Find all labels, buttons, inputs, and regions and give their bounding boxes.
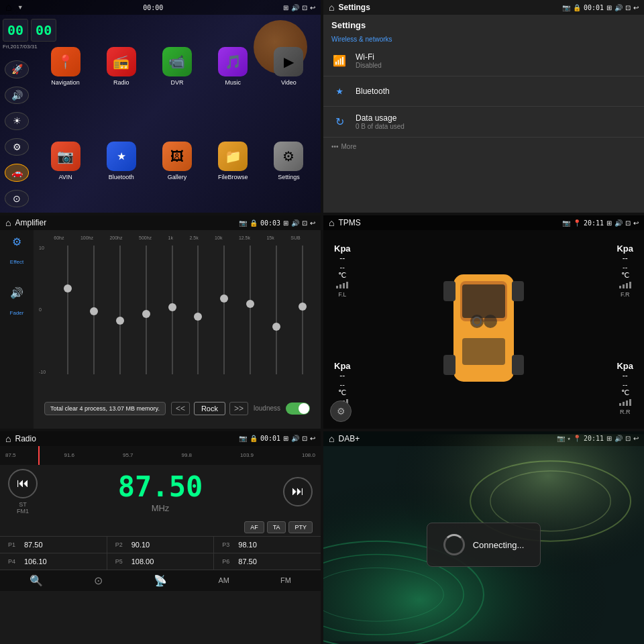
- radio-pty-button[interactable]: PTY: [288, 521, 313, 533]
- preset-p5[interactable]: P5 108.00: [107, 553, 214, 570]
- radio-st: ST: [8, 501, 38, 508]
- settings-item-wifi[interactable]: 📶 Wi-Fi Disabled: [323, 46, 644, 76]
- eq-preset-name: Rock: [194, 402, 225, 415]
- tpms-rr-data: Kpa -- -- ℃ R.R: [616, 361, 633, 415]
- sidebar-brightness-btn[interactable]: ☀: [5, 112, 29, 130]
- tpms-fl-kpa-label: Kpa: [334, 244, 351, 254]
- settings-screenshot-icon: ⊞: [606, 4, 612, 11]
- app-avin[interactable]: 📷 AVIN: [39, 115, 92, 208]
- radio-media-icon: ⊡: [302, 435, 307, 442]
- eq-slider-col-7: [211, 243, 237, 376]
- freq-mark-5: 103.9: [240, 452, 254, 458]
- eq-next-button[interactable]: >>: [229, 402, 248, 415]
- radio-presets-grid: P1 87.50 P2 90.10 P3 98.10 P4 106.10 P5 …: [0, 536, 321, 570]
- radio-scan-button[interactable]: 📡: [154, 574, 167, 587]
- tpms-rl-kpa-label: Kpa: [334, 361, 351, 371]
- eq-thumb-4[interactable]: [142, 310, 150, 318]
- tpms-status-bar: ⌂ TPMS 📷 📍 20:11 ⊞ 🔊 ⊡ ↩: [323, 215, 644, 230]
- preset-p2[interactable]: P2 90.10: [107, 537, 214, 553]
- eq-track-1: [67, 246, 68, 374]
- tpms-fl-kpa-value: --: [334, 254, 351, 263]
- preset-p4[interactable]: P4 106.10: [0, 553, 107, 570]
- tpms-media-icon: ⊡: [625, 219, 631, 227]
- tpms-rr-kpa-value: --: [616, 371, 633, 380]
- eq-thumb-6[interactable]: [194, 313, 202, 321]
- loudness-toggle[interactable]: [286, 402, 310, 415]
- preset-p6[interactable]: P6 87.50: [214, 553, 321, 570]
- amp-fader-label: Fader: [10, 310, 24, 316]
- app-filebrowse[interactable]: 📁 FileBrowse: [207, 115, 260, 208]
- radio-rds-button[interactable]: ⊙: [94, 574, 103, 587]
- db-10-neg: -10: [39, 370, 55, 374]
- eq-thumb-1[interactable]: [64, 284, 72, 292]
- preset-p1[interactable]: P1 87.50: [0, 537, 107, 553]
- radio-left-info: ⏮ ST FM1: [8, 469, 38, 515]
- eq-thumb-2[interactable]: [90, 307, 98, 315]
- rr-signal-bar-4: [629, 399, 631, 406]
- amp-media-icon: ⊡: [302, 219, 307, 227]
- music-icon: 🎵: [218, 47, 248, 76]
- eq-thumb-9[interactable]: [272, 323, 280, 331]
- freq-10k: 10k: [215, 235, 222, 240]
- settings-item-data[interactable]: ↻ Data usage 0 B of data used: [323, 107, 644, 138]
- eq-thumb-7[interactable]: [220, 294, 228, 303]
- preset-p3[interactable]: P3 98.10: [214, 537, 321, 553]
- radio-search-button[interactable]: 🔍: [30, 574, 43, 587]
- sidebar-rocket-btn[interactable]: 🚀: [5, 60, 29, 78]
- app-bluetooth[interactable]: ⭒ Bluetooth: [95, 115, 148, 208]
- app-navigation[interactable]: 📍 Navigation: [39, 20, 92, 113]
- panel-radio: ⌂ Radio 📷 🔒 00:01 ⊞ 🔊 ⊡ ↩ 87.5 91.6 95.7…: [0, 431, 321, 644]
- sidebar-volume-btn[interactable]: 🔊: [5, 87, 29, 105]
- tpms-status-right: 📷 📍 20:11 ⊞ 🔊 ⊡ ↩: [562, 219, 639, 227]
- settings-media-icon: ⊡: [625, 4, 631, 11]
- sidebar-car-btn[interactable]: 🚗: [5, 164, 29, 182]
- eq-thumb-5[interactable]: [168, 303, 176, 311]
- eq-prev-button[interactable]: <<: [171, 402, 190, 415]
- app-video[interactable]: ▶ Video: [262, 20, 315, 113]
- app-settings[interactable]: ⚙ Settings: [262, 115, 315, 208]
- tpms-fr-celsius-unit: ℃: [616, 271, 633, 280]
- tpms-settings-button[interactable]: ⚙: [330, 400, 352, 422]
- tpms-fl-signal: [334, 282, 351, 288]
- app-music[interactable]: 🎵 Music: [207, 20, 260, 113]
- db-0: 0: [39, 307, 55, 312]
- dvr-icon: 📹: [162, 47, 192, 76]
- amp-equalizer-btn[interactable]: ⚙: [12, 235, 21, 248]
- wifi-icon: 📶: [331, 53, 347, 69]
- eq-thumb-3[interactable]: [116, 317, 124, 325]
- home-clock: 00:00: [143, 4, 163, 11]
- settings-clock: 00:01: [584, 4, 604, 11]
- radio-freq-display: 87.50 MHz: [118, 470, 203, 513]
- panel-settings: ⌂ Settings 📷 🔒 00:01 ⊞ 🔊 ⊡ ↩ Settings Wi…: [323, 0, 644, 213]
- signal-bar-3: [343, 283, 345, 288]
- app-radio[interactable]: 📻 Radio: [95, 20, 148, 113]
- data-content: Data usage 0 B of data used: [356, 113, 636, 130]
- app-gallery[interactable]: 🖼 Gallery: [150, 115, 203, 208]
- signal-bar-1: [336, 286, 338, 288]
- radio-af-button[interactable]: AF: [244, 521, 264, 533]
- freq-500hz: 500hz: [139, 235, 152, 240]
- tpms-rl-celsius-unit: ℃: [334, 388, 351, 397]
- sidebar-equalizer-btn[interactable]: ⚙: [5, 138, 29, 156]
- eq-thumb-8[interactable]: [246, 300, 254, 308]
- radio-title: Radio: [15, 434, 36, 443]
- settings-more[interactable]: ••• More: [323, 138, 644, 156]
- radio-ta-button[interactable]: TA: [267, 521, 286, 533]
- sidebar-dots-btn[interactable]: ⊙: [5, 190, 29, 208]
- preset-p6-label: P6: [222, 558, 233, 565]
- amp-volume-btn[interactable]: 🔊: [10, 286, 23, 299]
- eq-thumb-10[interactable]: [299, 303, 307, 311]
- radio-right-nav: ⏭: [283, 477, 313, 506]
- radio-next-button[interactable]: ⏭: [283, 477, 313, 506]
- avin-label: AVIN: [58, 174, 72, 180]
- eq-bottom-controls: Total clear 4 process, 13.07 MB memory. …: [34, 388, 321, 429]
- tpms-rr-celsius-unit: ℃: [616, 388, 633, 397]
- settings-title-bar: Settings: [338, 3, 370, 12]
- settings-item-bluetooth[interactable]: ⭒ Bluetooth: [323, 76, 644, 107]
- radio-am-button[interactable]: AM: [218, 576, 229, 584]
- tpms-gps-icon: 📍: [573, 219, 581, 227]
- radio-fm-button[interactable]: FM: [280, 576, 291, 584]
- radio-prev-button[interactable]: ⏮: [8, 469, 38, 498]
- app-dvr[interactable]: 📹 DVR: [150, 20, 203, 113]
- preset-p4-label: P4: [8, 558, 19, 565]
